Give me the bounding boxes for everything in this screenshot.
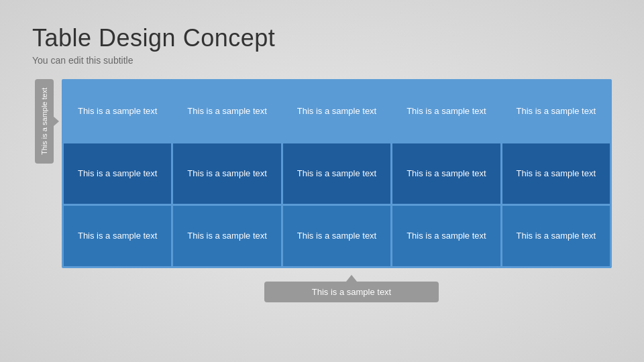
bottom-label-text: This is a sample text	[312, 287, 392, 297]
cell-r1c1: This is a sample text	[78, 105, 158, 117]
table-row: This is a sample text	[64, 143, 171, 204]
table-row: This is a sample text	[283, 206, 390, 266]
cell-r2c3: This is a sample text	[297, 168, 377, 180]
bottom-label-box: This is a sample text	[264, 282, 439, 302]
slide: Table Design Concept You can edit this s…	[0, 0, 644, 362]
table-row: This is a sample text	[392, 81, 500, 141]
cell-r1c3: This is a sample text	[297, 105, 377, 117]
table-row: This is a sample text	[502, 81, 610, 141]
table-row: This is a sample text	[502, 206, 610, 266]
table-row: This is a sample text	[173, 81, 280, 141]
table-row: This is a sample text	[64, 206, 171, 266]
table-row: This is a sample text	[392, 206, 500, 266]
cell-r1c5: This is a sample text	[517, 105, 596, 117]
cell-r3c4: This is a sample text	[407, 230, 486, 242]
cell-r2c1: This is a sample text	[78, 168, 158, 180]
table-row: This is a sample text	[502, 143, 610, 204]
cell-r2c5: This is a sample text	[517, 168, 596, 180]
cell-r3c1: This is a sample text	[78, 230, 158, 242]
bottom-label-area: This is a sample text	[91, 275, 612, 302]
cell-r2c2: This is a sample text	[187, 168, 267, 180]
table-row: This is a sample text	[283, 81, 390, 141]
table-grid: This is a sample text This is a sample t…	[62, 79, 612, 268]
table-wrapper: This is a sample text This is a sample t…	[62, 79, 612, 302]
cell-r1c2: This is a sample text	[187, 105, 267, 117]
cell-r1c4: This is a sample text	[407, 105, 486, 117]
table-row: This is a sample text	[64, 81, 171, 141]
table-row: This is a sample text	[173, 206, 280, 266]
side-label-container: This is a sample text	[32, 79, 56, 164]
side-label-box: This is a sample text	[35, 79, 54, 164]
table-row: This is a sample text	[283, 143, 390, 204]
cell-r2c4: This is a sample text	[407, 168, 486, 180]
content-area: This is a sample text This is a sample t…	[32, 79, 612, 302]
table-row: This is a sample text	[392, 143, 500, 204]
table-row: This is a sample text	[173, 143, 280, 204]
cell-r3c3: This is a sample text	[297, 230, 377, 242]
cell-r3c2: This is a sample text	[187, 230, 267, 242]
slide-title: Table Design Concept	[32, 24, 612, 52]
side-label-text: This is a sample text	[40, 84, 48, 158]
cell-r3c5: This is a sample text	[517, 230, 596, 242]
bottom-arrow-icon	[346, 275, 357, 282]
slide-subtitle: You can edit this subtitle	[32, 55, 612, 66]
